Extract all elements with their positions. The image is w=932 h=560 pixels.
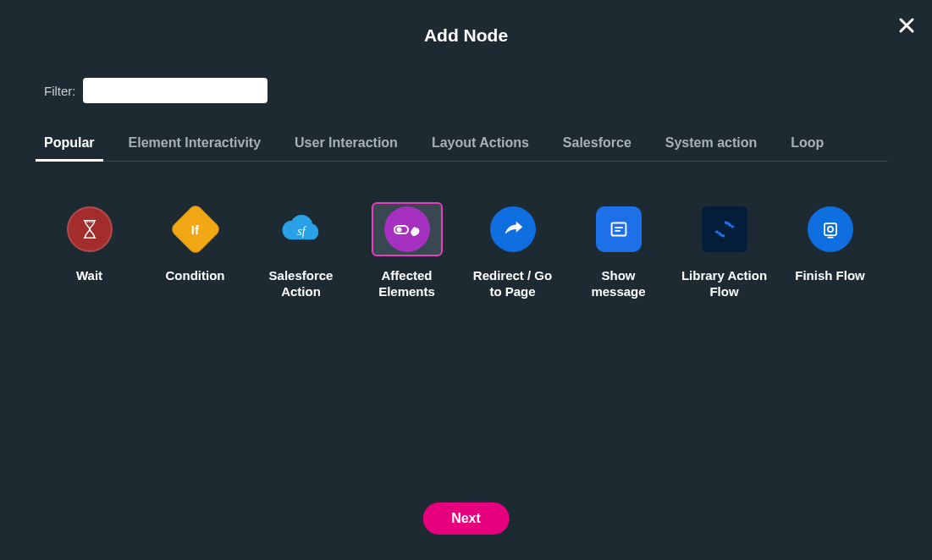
node-icon-wrap: sf	[266, 202, 337, 256]
node-label: Show message	[573, 268, 664, 300]
node-label: Redirect / Go to Page	[467, 268, 558, 300]
modal-title: Add Node	[44, 25, 888, 46]
tab-popular[interactable]: Popular	[44, 135, 95, 161]
node-condition[interactable]: If Condition	[150, 202, 240, 300]
svg-point-12	[827, 227, 832, 232]
svg-rect-11	[824, 223, 836, 235]
tab-layout-actions[interactable]: Layout Actions	[432, 135, 529, 161]
filter-input[interactable]	[83, 78, 267, 103]
tabs: Popular Element Interactivity User Inter…	[44, 135, 888, 162]
node-label: Salesforce Action	[256, 268, 346, 300]
branch-icon: If	[168, 203, 221, 255]
node-icon-wrap	[54, 202, 125, 256]
node-icon-wrap	[583, 202, 654, 256]
node-label: Finish Flow	[795, 268, 865, 284]
node-label: Condition	[166, 268, 225, 284]
hourglass-icon	[67, 206, 113, 252]
svg-point-0	[86, 222, 88, 223]
stop-square-icon	[808, 206, 853, 252]
svg-marker-10	[714, 230, 718, 234]
svg-point-2	[91, 222, 93, 223]
node-label: Wait	[76, 268, 102, 284]
hand-toggle-icon	[384, 206, 430, 252]
node-icon-wrap	[795, 202, 866, 256]
filter-row: Filter:	[44, 78, 888, 103]
node-show-message[interactable]: Show message	[573, 202, 664, 300]
tab-element-interactivity[interactable]: Element Interactivity	[129, 135, 262, 161]
tab-loop[interactable]: Loop	[791, 135, 824, 161]
node-icon-wrap	[372, 202, 443, 256]
next-button[interactable]: Next	[422, 502, 510, 535]
svg-point-1	[89, 222, 91, 223]
filter-label: Filter:	[44, 84, 76, 98]
redirect-arrow-icon	[490, 206, 536, 252]
node-redirect[interactable]: Redirect / Go to Page	[467, 202, 558, 300]
tab-salesforce[interactable]: Salesforce	[563, 135, 631, 161]
svg-marker-9	[731, 224, 735, 228]
node-label: Affected Elements	[361, 268, 452, 300]
node-finish-flow[interactable]: Finish Flow	[785, 202, 875, 300]
node-icon-wrap: If	[160, 202, 231, 256]
add-node-modal: Add Node Filter: Popular Element Interac…	[0, 0, 932, 560]
node-label: Library Action Flow	[679, 268, 769, 300]
node-icon-wrap	[477, 202, 549, 256]
node-salesforce-action[interactable]: sf Salesforce Action	[256, 202, 346, 300]
node-icon-wrap	[689, 202, 760, 256]
tab-system-action[interactable]: System action	[665, 135, 757, 161]
svg-point-5	[396, 228, 401, 233]
node-affected-elements[interactable]: Affected Elements	[361, 202, 452, 300]
node-library-action-flow[interactable]: Library Action Flow	[679, 202, 769, 300]
node-wait[interactable]: Wait	[44, 202, 135, 300]
close-icon	[896, 15, 917, 36]
tab-user-interaction[interactable]: User Interaction	[295, 135, 398, 161]
svg-rect-6	[611, 223, 626, 236]
message-lines-icon	[596, 206, 642, 252]
close-button[interactable]	[896, 15, 917, 36]
sync-arrows-icon	[702, 206, 747, 252]
cloud-sf-icon: sf	[276, 212, 327, 246]
node-grid: Wait If Condition sf Salesforce Act	[44, 202, 888, 300]
